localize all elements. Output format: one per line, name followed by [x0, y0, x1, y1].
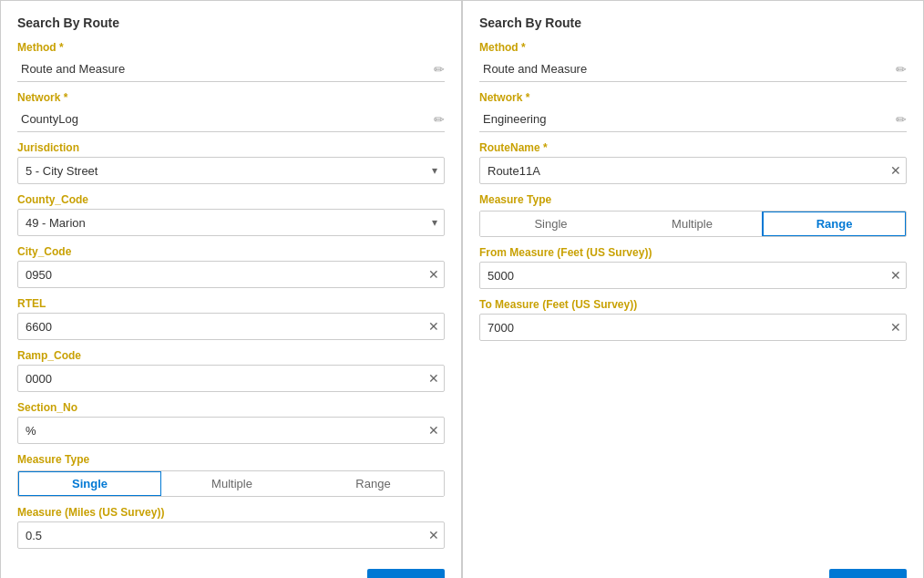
- right-tab-range[interactable]: Range: [762, 211, 907, 237]
- jurisdiction-field-group: Jurisdiction 5 - City Street 1 - State H…: [17, 141, 445, 184]
- right-network-edit-icon[interactable]: ✏: [896, 112, 907, 127]
- right-network-field-group: Network * Engineering ✏: [479, 91, 907, 132]
- left-tab-multiple[interactable]: Multiple: [161, 471, 303, 496]
- left-panel-title: Search By Route: [17, 15, 445, 30]
- network-label: Network *: [17, 91, 445, 104]
- ramp-code-clear-btn[interactable]: ✕: [428, 372, 439, 385]
- left-measure-type-label: Measure Type: [17, 453, 445, 466]
- ramp-code-label: Ramp_Code: [17, 349, 445, 362]
- city-code-label: City_Code: [17, 245, 445, 258]
- route-name-field-group: RouteName * ✕: [479, 141, 907, 184]
- jurisdiction-select-wrapper: 5 - City Street 1 - State Highway 2 - Co…: [17, 157, 445, 184]
- network-field-group: Network * CountyLog ✏: [17, 91, 445, 132]
- right-search-button[interactable]: Search: [829, 569, 907, 578]
- network-value: CountyLog: [17, 110, 430, 128]
- city-code-input-wrapper: ✕: [17, 261, 445, 288]
- to-measure-input-wrapper: ✕: [479, 314, 907, 341]
- jurisdiction-label: Jurisdiction: [17, 141, 445, 154]
- county-code-label: County_Code: [17, 193, 445, 206]
- right-tab-single[interactable]: Single: [480, 212, 621, 236]
- to-measure-label: To Measure (Feet (US Survey)): [479, 298, 907, 311]
- rtel-input[interactable]: [17, 313, 445, 340]
- city-code-clear-btn[interactable]: ✕: [428, 268, 439, 281]
- from-measure-clear-btn[interactable]: ✕: [890, 269, 901, 282]
- city-code-field-group: City_Code ✕: [17, 245, 445, 288]
- right-measure-type-label: Measure Type: [479, 193, 907, 206]
- to-measure-clear-btn[interactable]: ✕: [890, 321, 901, 334]
- from-measure-field-group: From Measure (Feet (US Survey)) ✕: [479, 246, 907, 289]
- method-field-group: Method * Route and Measure ✏: [17, 41, 445, 82]
- left-measure-type-group: Measure Type Single Multiple Range: [17, 453, 445, 497]
- network-edit-icon[interactable]: ✏: [434, 112, 445, 127]
- section-no-field-group: Section_No ✕: [17, 401, 445, 444]
- right-network-label: Network *: [479, 91, 907, 104]
- county-code-select[interactable]: 49 - Marion 50 - Hamilton 51 - Johnson: [17, 209, 445, 236]
- left-measure-tabs: Single Multiple Range: [17, 470, 445, 497]
- left-search-button[interactable]: Search: [367, 569, 445, 578]
- measure-field-group: Measure (Miles (US Survey)) ✕: [17, 506, 445, 549]
- right-network-row: Engineering ✏: [479, 107, 907, 132]
- right-method-row: Route and Measure ✏: [479, 57, 907, 82]
- ramp-code-input-wrapper: ✕: [17, 365, 445, 392]
- right-footer: Reset Search: [479, 558, 907, 578]
- measure-label: Measure (Miles (US Survey)): [17, 506, 445, 519]
- route-name-input[interactable]: [479, 157, 907, 184]
- rtel-input-wrapper: ✕: [17, 313, 445, 340]
- county-code-select-wrapper: 49 - Marion 50 - Hamilton 51 - Johnson: [17, 209, 445, 236]
- right-method-label: Method *: [479, 41, 907, 54]
- from-measure-label: From Measure (Feet (US Survey)): [479, 246, 907, 259]
- route-name-label: RouteName *: [479, 141, 907, 154]
- method-row: Route and Measure ✏: [17, 57, 445, 82]
- right-panel: Search By Route Method * Route and Measu…: [462, 0, 924, 578]
- section-no-input[interactable]: [17, 417, 445, 444]
- ramp-code-field-group: Ramp_Code ✕: [17, 349, 445, 392]
- to-measure-input[interactable]: [479, 314, 907, 341]
- measure-clear-btn[interactable]: ✕: [428, 529, 439, 542]
- network-row: CountyLog ✏: [17, 107, 445, 132]
- method-edit-icon[interactable]: ✏: [434, 62, 445, 77]
- left-panel: Search By Route Method * Route and Measu…: [0, 0, 462, 578]
- section-no-clear-btn[interactable]: ✕: [428, 424, 439, 437]
- to-measure-field-group: To Measure (Feet (US Survey)) ✕: [479, 298, 907, 341]
- right-method-edit-icon[interactable]: ✏: [896, 62, 907, 77]
- ramp-code-input[interactable]: [17, 365, 445, 392]
- right-method-field-group: Method * Route and Measure ✏: [479, 41, 907, 82]
- left-tab-single[interactable]: Single: [17, 470, 162, 497]
- method-label: Method *: [17, 41, 445, 54]
- rtel-label: RTEL: [17, 297, 445, 310]
- method-value: Route and Measure: [17, 60, 430, 77]
- rtel-clear-btn[interactable]: ✕: [428, 320, 439, 333]
- from-measure-input[interactable]: [479, 262, 907, 289]
- section-no-input-wrapper: ✕: [17, 417, 445, 444]
- section-no-label: Section_No: [17, 401, 445, 414]
- jurisdiction-select[interactable]: 5 - City Street 1 - State Highway 2 - Co…: [17, 157, 445, 184]
- left-tab-range[interactable]: Range: [303, 471, 444, 496]
- right-method-value: Route and Measure: [479, 60, 892, 77]
- right-measure-tabs: Single Multiple Range: [479, 211, 907, 237]
- city-code-input[interactable]: [17, 261, 445, 288]
- from-measure-input-wrapper: ✕: [479, 262, 907, 289]
- left-footer: Reset Search: [17, 558, 445, 578]
- measure-input[interactable]: [17, 521, 445, 549]
- right-measure-type-group: Measure Type Single Multiple Range: [479, 193, 907, 237]
- measure-input-wrapper: ✕: [17, 521, 445, 549]
- county-code-field-group: County_Code 49 - Marion 50 - Hamilton 51…: [17, 193, 445, 236]
- rtel-field-group: RTEL ✕: [17, 297, 445, 340]
- right-panel-title: Search By Route: [479, 15, 907, 30]
- route-name-clear-btn[interactable]: ✕: [890, 164, 901, 177]
- route-name-input-wrapper: ✕: [479, 157, 907, 184]
- right-network-value: Engineering: [479, 110, 892, 128]
- right-tab-multiple[interactable]: Multiple: [621, 212, 763, 236]
